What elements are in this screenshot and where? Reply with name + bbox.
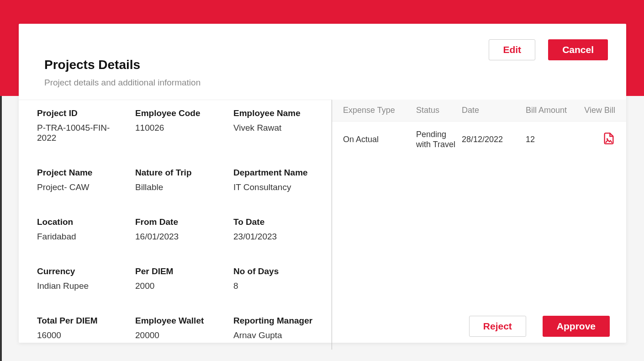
value-to-date: 23/01/2023 [233,232,322,242]
value-location: Faridabad [37,232,126,242]
label-employee-name: Employee Name [233,108,322,118]
field-per-diem: Per DIEM 2000 [135,266,224,291]
edit-button[interactable]: Edit [489,39,535,60]
label-to-date: To Date [233,217,322,227]
value-per-diem: 2000 [135,281,224,291]
header-expense-type: Expense Type [343,106,416,115]
footer-actions: Reject Approve [332,307,626,350]
value-project-name: Project- CAW [37,182,126,192]
field-department-name: Department Name IT Consultancy [233,168,322,192]
cell-expense-type: On Actual [343,135,416,144]
header-status: Status [416,106,462,115]
label-project-name: Project Name [37,168,126,178]
field-to-date: To Date 23/01/2023 [233,217,322,242]
label-per-diem: Per DIEM [135,266,224,276]
label-employee-wallet: Employee Wallet [135,316,224,326]
field-nature-of-trip: Nature of Trip Billable [135,168,224,192]
expenses-panel: Expense Type Status Date Bill Amount Vie… [332,100,626,350]
value-employee-code: 110026 [135,123,224,133]
label-total-per-diem: Total Per DIEM [37,316,126,326]
field-employee-wallet: Employee Wallet 20000 [135,316,224,340]
value-employee-wallet: 20000 [135,330,224,340]
value-department-name: IT Consultancy [233,182,322,192]
field-employee-code: Employee Code 110026 [135,108,224,143]
label-from-date: From Date [135,217,224,227]
cell-bill-amount: 12 [526,135,581,144]
card-header: Projects Details Project details and add… [19,24,626,100]
value-reporting-manager: Arnav Gupta [233,330,322,340]
field-project-id: Project ID P-TRA-10045-FIN-2022 [37,108,126,143]
reject-button[interactable]: Reject [469,316,526,337]
value-project-id: P-TRA-10045-FIN-2022 [37,123,126,143]
project-details-card: Projects Details Project details and add… [19,24,626,343]
value-total-per-diem: 16000 [37,330,126,340]
value-employee-name: Vivek Rawat [233,123,322,133]
field-project-name: Project Name Project- CAW [37,168,126,192]
field-employee-name: Employee Name Vivek Rawat [233,108,322,143]
header-text: Projects Details Project details and add… [44,39,201,88]
label-project-id: Project ID [37,108,126,118]
cell-date: 28/12/2022 [462,135,526,144]
field-currency: Currency Indian Rupee [37,266,126,291]
image-file-icon[interactable] [602,138,615,147]
header-view-bill: View Bill [581,106,615,115]
expense-table-header: Expense Type Status Date Bill Amount Vie… [332,100,626,122]
label-employee-code: Employee Code [135,108,224,118]
header-date: Date [462,106,526,115]
label-currency: Currency [37,266,126,276]
details-panel: Project ID P-TRA-10045-FIN-2022 Employee… [19,100,332,350]
header-actions: Edit Cancel [489,39,608,60]
page-subtitle: Project details and additional informati… [44,78,201,88]
field-total-per-diem: Total Per DIEM 16000 [37,316,126,340]
label-location: Location [37,217,126,227]
card-body: Project ID P-TRA-10045-FIN-2022 Employee… [19,100,626,350]
cell-status: Pending with Travel [416,130,462,149]
page-title: Projects Details [44,58,201,72]
approve-button[interactable]: Approve [543,316,610,337]
header-bill-amount: Bill Amount [526,106,581,115]
label-no-of-days: No of Days [233,266,322,276]
label-department-name: Department Name [233,168,322,178]
field-reporting-manager: Reporting Manager Arnav Gupta [233,316,322,340]
label-nature-of-trip: Nature of Trip [135,168,224,178]
cancel-button[interactable]: Cancel [548,39,608,60]
cell-view-bill [581,132,615,147]
label-reporting-manager: Reporting Manager [233,316,322,326]
field-no-of-days: No of Days 8 [233,266,322,291]
value-nature-of-trip: Billable [135,182,224,192]
value-no-of-days: 8 [233,281,322,291]
value-from-date: 16/01/2023 [135,232,224,242]
field-from-date: From Date 16/01/2023 [135,217,224,242]
expense-table-row: On Actual Pending with Travel 28/12/2022… [332,122,626,158]
value-currency: Indian Rupee [37,281,126,291]
field-location: Location Faridabad [37,217,126,242]
